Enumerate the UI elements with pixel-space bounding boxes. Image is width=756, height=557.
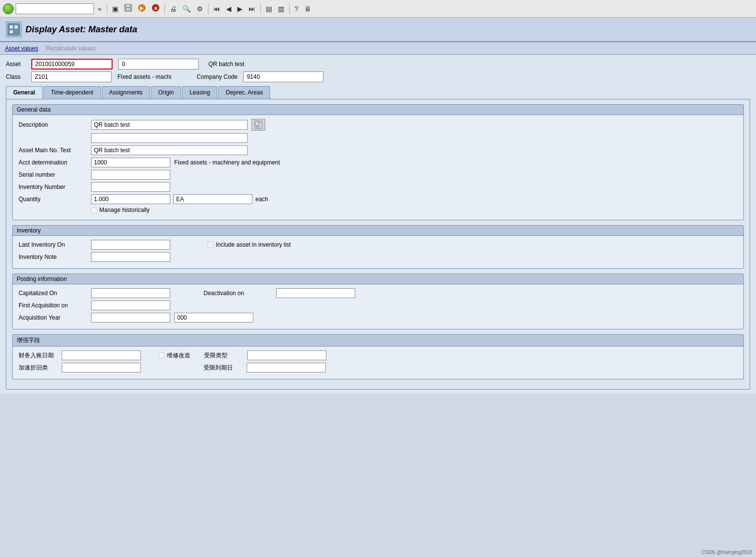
- asset-main-no-label: Asset Main No. Text: [19, 147, 87, 154]
- acct-det-label: Acct determination: [19, 159, 87, 166]
- asset-number-input[interactable]: [31, 59, 113, 70]
- general-data-section-body: Description Asset Main No. Text: [13, 115, 743, 220]
- finance-date-row: 财务入账日期 维修改造 受限类型: [19, 350, 737, 360]
- posting-section: Posting information Capitalized On Deact…: [12, 274, 744, 329]
- capitalized-on-row: Capitalized On Deactivation on: [19, 288, 737, 298]
- include-inventory-checkbox[interactable]: [207, 242, 214, 248]
- back-btn[interactable]: «: [96, 4, 104, 14]
- menu-asset-values[interactable]: Asset values: [5, 45, 38, 52]
- tab-assignments[interactable]: Assignments: [102, 86, 150, 99]
- sep1: [107, 3, 107, 14]
- manage-historically-label: Manage historically: [99, 207, 150, 213]
- command-input[interactable]: [16, 3, 94, 14]
- finance-date-input[interactable]: [62, 350, 141, 360]
- description-input2[interactable]: [91, 133, 248, 143]
- acquisition-year-input[interactable]: [91, 313, 170, 323]
- svg-text:■: ■: [154, 5, 157, 11]
- asset-sub-input[interactable]: [118, 59, 199, 70]
- tab-general[interactable]: General: [6, 86, 43, 99]
- capitalized-on-label: Capitalized On: [19, 290, 87, 297]
- chinese-section-header: 增强字段: [13, 335, 743, 347]
- tab-origin[interactable]: Origin: [151, 86, 181, 99]
- print-btn[interactable]: 🖨: [168, 4, 179, 14]
- svg-rect-15: [255, 127, 259, 128]
- page-header-icon: [6, 22, 22, 37]
- asset-name-text: QR batch test: [208, 61, 244, 68]
- content-area: Asset QR batch test Class Fixed assets -…: [0, 55, 756, 394]
- svg-rect-1: [126, 4, 130, 7]
- asset-info-row1: Asset QR batch test: [6, 59, 750, 70]
- maintenance-checkbox[interactable]: [159, 352, 165, 359]
- general-data-section-header: General data: [13, 105, 743, 115]
- general-data-section: General data Description Asset Main No.: [12, 104, 744, 220]
- acquisition-year-suffix-input[interactable]: [174, 313, 253, 323]
- include-inventory-label: Include asset in inventory list: [216, 241, 291, 248]
- green-status-icon: [3, 3, 14, 14]
- nav-last-btn[interactable]: ⏭: [247, 4, 257, 14]
- inventory-number-input[interactable]: [91, 182, 170, 192]
- layout2-btn[interactable]: ▥: [276, 4, 286, 14]
- nav-prev-btn[interactable]: ◀: [224, 4, 233, 14]
- main-panel: General data Description Asset Main No.: [6, 99, 750, 390]
- quantity-unit-input[interactable]: [173, 194, 252, 204]
- quantity-label: Quantity: [19, 196, 87, 203]
- first-acquisition-input[interactable]: [91, 301, 170, 310]
- finance-date-label: 财务入账日期: [19, 351, 58, 360]
- deactivation-on-input[interactable]: [276, 288, 355, 298]
- description-input[interactable]: [91, 120, 248, 130]
- help-btn[interactable]: ?: [293, 4, 300, 14]
- description-icon-btn[interactable]: [252, 119, 265, 131]
- tab-leasing[interactable]: Leasing: [182, 86, 217, 99]
- qty-row-inner: each: [91, 194, 268, 204]
- first-acquisition-label: First Acquisition on: [19, 302, 87, 309]
- accel-dep-input[interactable]: [62, 363, 141, 372]
- include-inventory-checkbox-wrap[interactable]: Include asset in inventory list: [207, 241, 291, 248]
- restriction-type-input[interactable]: [247, 350, 326, 360]
- sep5: [289, 3, 290, 14]
- nav-next-btn[interactable]: ▶: [235, 4, 245, 14]
- inventory-note-input[interactable]: [91, 252, 170, 262]
- layout1-btn[interactable]: ▤: [264, 4, 274, 14]
- stop-btn[interactable]: ■: [150, 3, 161, 14]
- nav-first-btn[interactable]: ⏮: [211, 4, 222, 14]
- menubar: Asset values Recalculate values: [0, 42, 756, 55]
- menu-recalculate: Recalculate values: [46, 45, 95, 52]
- class-desc-text: Fixed assets - machi: [117, 73, 171, 80]
- main-toolbar: « ▣ ▶ ■ 🖨 🔍 ⚙ ⏮ ◀ ▶ ⏭ ▤ ▥ ? 🖥: [0, 0, 756, 18]
- deactivation-label: Deactivation on: [204, 290, 272, 297]
- acct-det-input[interactable]: [91, 158, 170, 167]
- class-code-input[interactable]: [31, 71, 112, 82]
- accel-dep-label: 加速折旧类: [19, 364, 58, 372]
- company-code-input[interactable]: [243, 71, 323, 82]
- restriction-expiry-input[interactable]: [247, 363, 326, 372]
- inventory-section: Inventory Last Inventory On Include asse…: [12, 225, 744, 269]
- svg-rect-14: [255, 126, 261, 127]
- quantity-input[interactable]: [91, 194, 170, 204]
- acct-det-row: Acct determination Fixed assets - machin…: [19, 158, 737, 167]
- serial-number-row: Serial number: [19, 170, 737, 180]
- manage-historically-checkbox-wrap[interactable]: Manage historically: [91, 207, 150, 213]
- manage-historically-checkbox[interactable]: [91, 207, 97, 213]
- capitalized-on-input[interactable]: [91, 288, 170, 298]
- history-btn[interactable]: ▣: [110, 4, 120, 14]
- serial-number-input[interactable]: [91, 170, 170, 180]
- svg-rect-8: [9, 25, 13, 29]
- tab-time-dependent[interactable]: Time-dependent: [44, 86, 101, 99]
- tab-deprec-areas[interactable]: Deprec. Areas: [218, 86, 270, 99]
- inventory-section-body: Last Inventory On Include asset in inven…: [13, 236, 743, 268]
- restriction-type-label: 受限类型: [204, 351, 243, 360]
- acquisition-year-label: Acquisition Year: [19, 314, 87, 321]
- posting-section-body: Capitalized On Deactivation on First Acq…: [13, 284, 743, 329]
- find-btn[interactable]: 🔍: [181, 4, 193, 14]
- asset-main-no-input[interactable]: [91, 145, 248, 155]
- save-btn[interactable]: [122, 3, 134, 14]
- page-header: Display Asset: Master data: [0, 18, 756, 42]
- restriction-expiry-label: 受限到期日: [204, 364, 243, 372]
- maintenance-checkbox-wrap[interactable]: 维修改造: [159, 351, 190, 360]
- settings-btn[interactable]: ⚙: [195, 4, 205, 14]
- last-inventory-input[interactable]: [91, 240, 170, 250]
- exec-btn[interactable]: ▶: [136, 3, 148, 14]
- class-label: Class: [6, 73, 25, 80]
- asset-main-no-row: Asset Main No. Text: [19, 145, 737, 155]
- monitor-btn[interactable]: 🖥: [302, 4, 313, 14]
